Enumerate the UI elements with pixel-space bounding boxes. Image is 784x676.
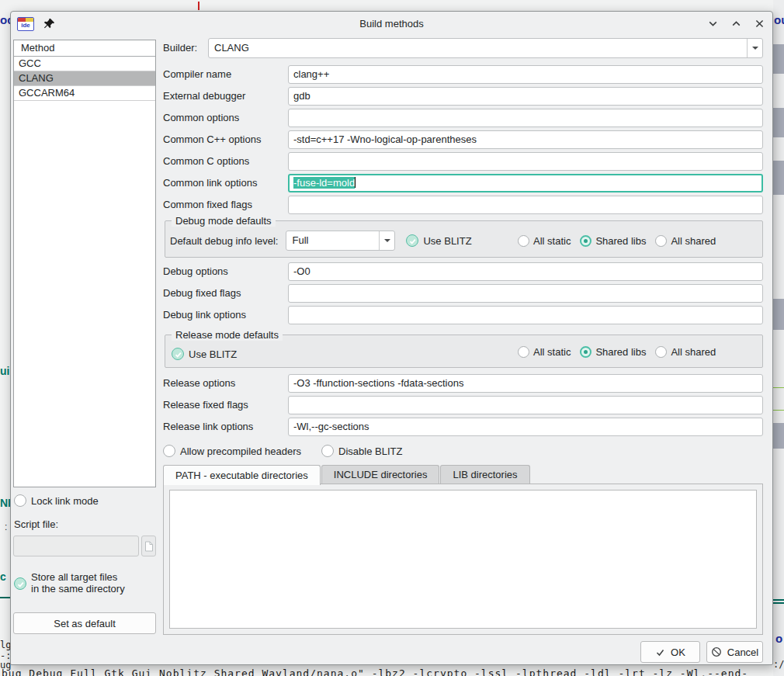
common-cpp-options-input[interactable]: -std=c++17 -Wno-logical-op-parentheses	[288, 130, 763, 149]
store-target-label-line2: in the same directory	[31, 583, 125, 595]
pin-button[interactable]	[42, 17, 56, 31]
script-file-input[interactable]	[13, 536, 139, 556]
field-label: Common options	[163, 109, 288, 127]
debug-mode-defaults-group: Debug mode defaults Default debug info l…	[165, 220, 763, 258]
release-use-blitz-label: Use BLITZ	[189, 348, 237, 360]
cancel-icon	[711, 647, 722, 657]
disable-blitz-label: Disable BLITZ	[338, 445, 402, 457]
directories-tab-panel	[163, 484, 763, 635]
field-label: Debug link options	[163, 306, 288, 324]
debug-info-level-label: Default debug info level:	[170, 235, 278, 247]
field-label: Common C++ options	[163, 130, 288, 149]
lock-link-mode-row: Lock link mode	[14, 494, 99, 507]
method-list[interactable]: Method GCC CLANG GCCARM64	[13, 40, 156, 487]
tab-lib-directories[interactable]: LIB directories	[440, 465, 529, 484]
app-icon-label: ide	[18, 22, 33, 29]
background-rule	[0, 597, 10, 598]
common-c-options-input[interactable]	[288, 152, 763, 171]
builder-row: Builder: CLANG	[163, 38, 763, 58]
release-all-static-radio[interactable]	[518, 346, 529, 358]
check-icon	[16, 581, 25, 588]
tab-include-directories[interactable]: INCLUDE directories	[321, 465, 440, 484]
release-options-input[interactable]: -O3 -ffunction-sections -fdata-sections	[288, 374, 763, 393]
allow-precompiled-headers-label: Allow precompiled headers	[180, 445, 301, 457]
release-shared-libs-radio[interactable]	[580, 346, 591, 358]
debug-all-static-radio[interactable]	[518, 235, 529, 247]
titlebar[interactable]: ide Build methods	[11, 12, 772, 36]
builder-combobox[interactable]: CLANG	[208, 38, 763, 58]
field-label: Release options	[163, 374, 288, 393]
external-debugger-input[interactable]: gdb	[288, 87, 763, 106]
debug-use-blitz-checkbox[interactable]	[406, 234, 418, 247]
method-row-gcc[interactable]: GCC	[14, 57, 155, 71]
close-icon	[754, 18, 765, 29]
background-caret	[198, 2, 199, 10]
app-icon: ide	[17, 17, 34, 31]
screen: { "window": { "title": "Build methods", …	[0, 0, 784, 676]
allow-precompiled-headers-checkbox[interactable]	[163, 445, 175, 457]
background-right-strip	[773, 0, 784, 676]
file-icon	[144, 541, 154, 552]
debug-link-options-input[interactable]	[288, 306, 763, 324]
close-button[interactable]	[752, 17, 766, 31]
tab-path-directories[interactable]: PATH - executable directories	[163, 465, 321, 485]
release-all-shared-radio[interactable]	[655, 346, 667, 358]
field-label: External debugger	[163, 87, 288, 106]
build-methods-dialog: ide Build methods Method GCC CLANG GCCAR…	[10, 11, 773, 665]
background-text-fragment: c	[0, 570, 6, 583]
minimize-button[interactable]	[706, 17, 720, 31]
lock-link-mode-checkbox[interactable]	[14, 494, 26, 507]
set-as-default-button[interactable]: Set as default	[13, 612, 156, 634]
path-directories-list[interactable]	[169, 490, 757, 629]
store-target-row: Store all target files in the same direc…	[14, 571, 125, 595]
release-link-options-input[interactable]: -Wl,--gc-sections	[288, 418, 763, 436]
background-text-fragment: NI	[0, 497, 11, 509]
debug-fixed-flags-input[interactable]	[288, 284, 763, 303]
release-use-blitz-checkbox[interactable]	[172, 348, 184, 360]
compiler-name-input[interactable]: clang++	[288, 65, 763, 84]
combo-arrow-icon[interactable]	[747, 39, 762, 57]
directories-tabbar: PATH - executable directories INCLUDE di…	[163, 464, 763, 484]
ok-button[interactable]: OK	[640, 641, 700, 663]
release-group-title: Release mode defaults	[172, 329, 283, 341]
script-file-browse-button[interactable]	[141, 536, 156, 556]
common-link-options-input[interactable]: -fuse-ld=mold	[288, 174, 763, 192]
maximize-button[interactable]	[729, 17, 743, 31]
pin-icon	[43, 18, 55, 29]
field-label: Release link options	[163, 418, 288, 436]
field-label: Release fixed flags	[163, 396, 288, 414]
lock-link-mode-label: Lock link mode	[31, 495, 99, 507]
check-icon	[174, 351, 182, 359]
debug-info-level-combobox[interactable]: Full	[286, 231, 395, 251]
field-label: Common fixed flags	[163, 196, 288, 214]
common-fixed-flags-input[interactable]	[288, 196, 763, 214]
background-text-fragment: ui	[0, 365, 9, 377]
field-label: Debug options	[163, 262, 288, 281]
text-caret	[355, 177, 356, 188]
field-label: Compiler name	[163, 65, 288, 84]
method-list-header: Method	[14, 40, 155, 57]
chevron-up-icon	[730, 18, 742, 29]
cancel-button[interactable]: Cancel	[706, 641, 763, 663]
field-label: Common link options	[163, 174, 288, 192]
disable-blitz-checkbox[interactable]	[321, 445, 334, 457]
debug-all-shared-radio[interactable]	[655, 235, 667, 247]
release-fixed-flags-input[interactable]	[288, 396, 763, 414]
check-icon	[655, 647, 665, 657]
background-console-text: bug Debug Full Gtk Gui Noblitz Shared Wa…	[2, 667, 782, 676]
combo-arrow-icon[interactable]	[379, 231, 394, 250]
method-row-gccarm64[interactable]: GCCARM64	[14, 86, 155, 101]
debug-group-title: Debug mode defaults	[172, 215, 276, 227]
field-label: Common C options	[163, 152, 288, 171]
debug-options-input[interactable]: -O0	[288, 262, 763, 281]
debug-shared-libs-radio[interactable]	[580, 235, 591, 247]
release-mode-defaults-group: Release mode defaults Use BLITZ All stat…	[165, 335, 763, 368]
chevron-down-icon	[707, 18, 719, 29]
common-options-input[interactable]	[288, 109, 763, 127]
method-row-clang[interactable]: CLANG	[14, 71, 155, 86]
window-title: Build methods	[11, 18, 772, 29]
background-text-fragment: ou	[774, 13, 784, 26]
debug-use-blitz-label: Use BLITZ	[423, 235, 471, 247]
background-text-fragment: :	[5, 522, 7, 532]
store-target-checkbox[interactable]	[14, 577, 26, 590]
